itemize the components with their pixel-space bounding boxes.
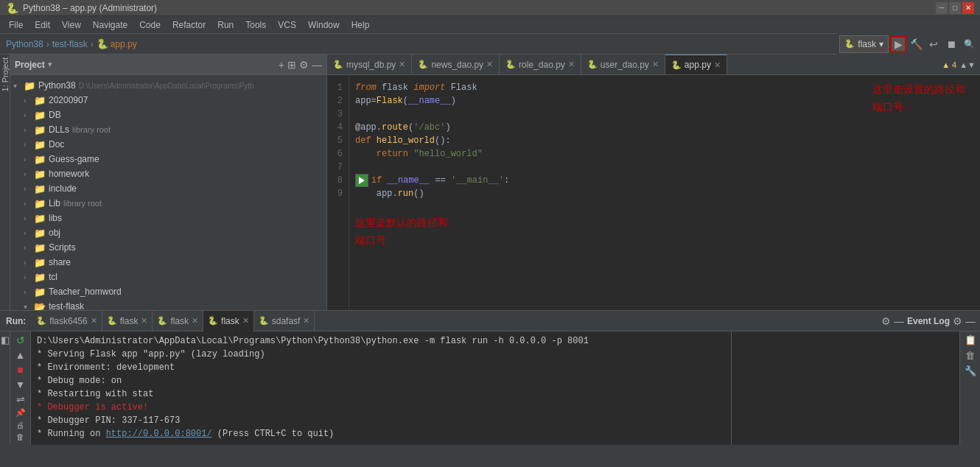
label-scripts: Scripts: [49, 242, 76, 253]
folder-icon-tcl: 📁: [34, 272, 46, 283]
line-num-3: 3: [330, 108, 343, 121]
expand-all-icon[interactable]: ⊞: [287, 59, 296, 71]
arrow-libs: ›: [24, 214, 34, 222]
trash-icon[interactable]: 🗑: [965, 350, 975, 361]
tree-item-scripts[interactable]: › 📁 Scripts: [10, 240, 326, 255]
nav-up-icon[interactable]: ▲: [959, 60, 967, 69]
line-num-7: 7: [330, 161, 343, 174]
scroll-up-icon[interactable]: ▲: [15, 349, 26, 361]
project-sidebar-tab[interactable]: 1: Project: [1, 57, 10, 91]
project-settings-icon[interactable]: ⚙: [299, 59, 309, 71]
breadcrumb-folder[interactable]: test-flask: [52, 39, 88, 49]
menu-code[interactable]: Code: [133, 18, 167, 32]
soft-wrap-icon[interactable]: ⇌: [16, 393, 25, 405]
tree-item-obj[interactable]: › 📁 obj: [10, 225, 326, 240]
maximize-button[interactable]: □: [949, 2, 961, 14]
tree-item-homework[interactable]: › 📁 homework: [10, 166, 326, 181]
run-minimize-icon[interactable]: —: [894, 315, 904, 327]
menu-run[interactable]: Run: [211, 18, 239, 32]
left-sidebar: 1: Project: [0, 55, 10, 310]
tab-close-role-dao[interactable]: ✕: [568, 60, 575, 69]
menu-view[interactable]: View: [56, 18, 87, 32]
event-log-minimize-icon[interactable]: —: [965, 315, 976, 327]
label-dlls: DLLs: [49, 124, 69, 135]
folder-icon-teacher-homword: 📁: [34, 287, 46, 298]
tab-mysql-db[interactable]: 🐍 mysql_db.py ✕: [327, 55, 412, 75]
rerun-run-icon[interactable]: ↺: [16, 334, 25, 346]
menu-refactor[interactable]: Refactor: [167, 18, 211, 32]
bottom-tab-flask3[interactable]: 🐍 flask ✕: [203, 311, 254, 331]
tab-user-dao[interactable]: 🐍 user_dao.py ✕: [581, 55, 665, 75]
tree-item-dlls[interactable]: › 📁 DLLs library root: [10, 122, 326, 137]
tab-close-app-py[interactable]: ✕: [714, 60, 721, 70]
output-line-2: * Serving Flask app "app.py" (lazy loadi…: [37, 348, 725, 361]
tree-item-teacher-homword[interactable]: › 📁 Teacher_homword: [10, 284, 326, 299]
tree-item-guess-game[interactable]: › 📁 Guess-game: [10, 152, 326, 166]
bottom-tab-flask6456[interactable]: 🐍 flask6456 ✕: [32, 311, 102, 331]
tab-role-dao[interactable]: 🐍 role_dao.py ✕: [500, 55, 581, 75]
bottom-tab-flask2[interactable]: 🐍 flask ✕: [153, 311, 203, 331]
menu-vcs[interactable]: VCS: [272, 18, 302, 32]
event-log-settings-icon[interactable]: ⚙: [953, 315, 962, 327]
menu-tools[interactable]: Tools: [239, 18, 272, 32]
kw-def: def: [355, 134, 371, 147]
btab-close-flask1[interactable]: ✕: [141, 316, 147, 326]
output-link[interactable]: http://0.0.0.0:8001/: [106, 429, 212, 439]
btab-close-sdafasf[interactable]: ✕: [303, 316, 309, 326]
tree-item-share[interactable]: › 📁 share: [10, 255, 326, 270]
pin-icon[interactable]: 📌: [15, 408, 26, 418]
search-everywhere-button[interactable]: 🔍: [961, 36, 977, 52]
build-button[interactable]: 🔨: [908, 36, 924, 52]
run-settings-icon[interactable]: ⚙: [881, 315, 891, 327]
kw-return: return: [377, 147, 408, 161]
menu-navigate[interactable]: Navigate: [87, 18, 133, 32]
tab-news-dao[interactable]: 🐍 news_dao.py ✕: [412, 55, 500, 75]
tree-item-libs[interactable]: › 📁 libs: [10, 211, 326, 225]
menu-window[interactable]: Window: [302, 18, 346, 32]
run-config-dropdown[interactable]: 🐍 flask ▾: [839, 35, 889, 53]
tab-app-py[interactable]: 🐍 app.py ✕: [665, 55, 727, 75]
bottom-tab-sdafasf[interactable]: 🐍 sdafasf ✕: [254, 311, 315, 331]
tab-close-mysql-db[interactable]: ✕: [399, 60, 405, 69]
menu-file[interactable]: File: [3, 18, 29, 32]
delete-icon[interactable]: 🗑: [16, 432, 24, 441]
bottom-tab-flask1[interactable]: 🐍 flask ✕: [102, 311, 153, 331]
var-app2: app: [377, 187, 393, 200]
collapse-panel-icon[interactable]: —: [312, 59, 322, 71]
tab-close-news-dao[interactable]: ✕: [486, 60, 493, 69]
stop-run-icon[interactable]: ■: [17, 364, 23, 376]
menu-help[interactable]: Help: [346, 18, 376, 32]
tree-item-include[interactable]: › 📁 include: [10, 181, 326, 196]
add-project-icon[interactable]: +: [279, 59, 284, 71]
copy-icon[interactable]: 📋: [965, 334, 976, 345]
run-button[interactable]: ▶: [890, 36, 906, 52]
tree-item-doc[interactable]: › 📁 Doc: [10, 137, 326, 152]
tree-item-test-flask[interactable]: ▾ 📂 test-flask: [10, 299, 326, 310]
breadcrumb-project[interactable]: Python38: [6, 39, 43, 49]
sidebar-toggle-icon[interactable]: ◧: [0, 333, 11, 347]
menu-edit[interactable]: Edit: [29, 18, 56, 32]
project-dropdown-icon[interactable]: ▾: [48, 60, 52, 69]
wrench-icon[interactable]: 🔧: [965, 365, 976, 376]
bottom-panel: Run: 🐍 flask6456 ✕ 🐍 flask ✕ 🐍 flask ✕ 🐍…: [0, 310, 980, 445]
btab-close-flask2[interactable]: ✕: [192, 316, 198, 326]
tab-close-user-dao[interactable]: ✕: [652, 60, 659, 69]
scroll-down-icon[interactable]: ▼: [15, 379, 26, 390]
tree-root[interactable]: ▾ 📁 Python38 D:\Users\Administrator\AppD…: [10, 78, 326, 93]
run-output[interactable]: D:\Users\Administrator\AppData\Local\Pro…: [31, 331, 731, 445]
tree-root-folder-icon: 📁: [24, 80, 35, 91]
tree-item-db[interactable]: › 📁 DB: [10, 108, 326, 122]
close-button[interactable]: ✕: [962, 2, 974, 14]
minimize-button[interactable]: ─: [936, 2, 948, 14]
run-gutter-arrow[interactable]: [355, 174, 368, 187]
print-icon[interactable]: 🖨: [16, 421, 24, 429]
rerun-button[interactable]: ↩: [925, 36, 942, 52]
warning-count: ▲ 4: [942, 60, 956, 69]
tree-item-20200907[interactable]: › 📁 20200907: [10, 93, 326, 108]
btab-close-flask6456[interactable]: ✕: [91, 316, 97, 326]
btab-close-flask3[interactable]: ✕: [242, 316, 249, 326]
nav-down-icon[interactable]: ▼: [967, 60, 976, 69]
stop-button[interactable]: ⏹: [943, 36, 959, 52]
tree-item-tcl[interactable]: › 📁 tcl: [10, 270, 326, 284]
tree-item-lib[interactable]: › 📁 Lib library root: [10, 196, 326, 211]
